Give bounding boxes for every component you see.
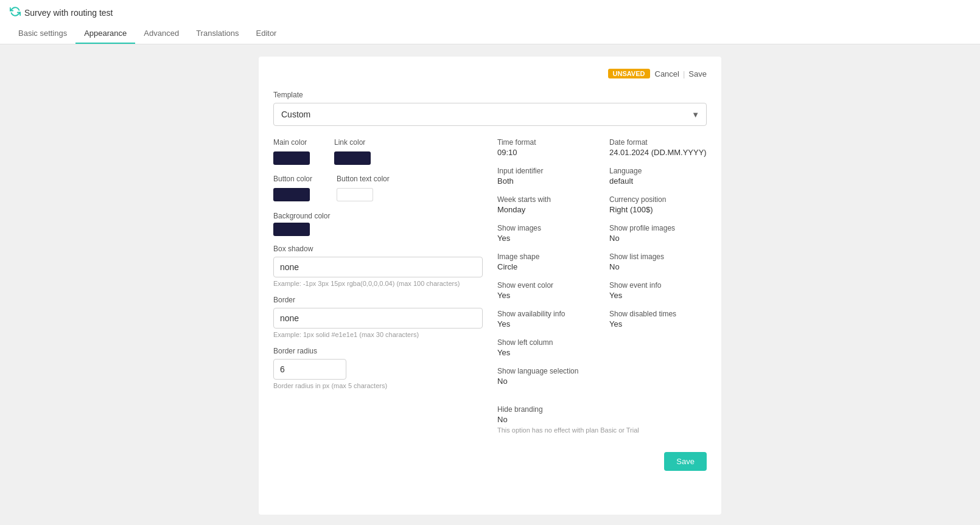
show-left-column-value: Yes — [497, 348, 595, 357]
panels-row: Main color Link color Button color — [273, 138, 707, 434]
week-starts-with-label: Week starts with — [497, 195, 595, 204]
spacer — [609, 338, 707, 357]
show-left-column-item: Show left column Yes — [497, 338, 595, 357]
link-color-field: Link color — [334, 138, 371, 165]
show-event-color-item: Show event color Yes — [497, 281, 595, 300]
border-label: Border — [273, 296, 483, 304]
hide-branding-value: No — [497, 415, 707, 424]
save-button[interactable]: Save — [664, 452, 707, 471]
button-color-label: Button color — [273, 175, 312, 183]
show-list-images-value: No — [609, 262, 707, 271]
color-row-1: Main color Link color — [273, 138, 483, 165]
bottom-save-bar: Save — [273, 452, 707, 471]
date-format-item: Date format 24.01.2024 (DD.MM.YYYY) — [609, 138, 707, 157]
show-images-item: Show images Yes — [497, 224, 595, 243]
language-item: Language default — [609, 167, 707, 186]
currency-position-label: Currency position — [609, 195, 707, 204]
show-language-selection-item: Show language selection No — [497, 367, 595, 386]
background-color-section: Background color — [273, 211, 483, 236]
tab-editor[interactable]: Editor — [247, 24, 285, 44]
image-shape-item: Image shape Circle — [497, 252, 595, 271]
unsaved-badge: UNSAVED — [608, 69, 650, 78]
color-row-2: Button color Button text color — [273, 175, 483, 201]
input-identifier-value: Both — [497, 176, 595, 186]
time-format-label: Time format — [497, 138, 595, 147]
button-color-field: Button color — [273, 175, 312, 201]
box-shadow-label: Box shadow — [273, 245, 483, 253]
page-title: Survey with routing test — [24, 8, 113, 18]
main-color-field: Main color — [273, 138, 310, 165]
background-color-label: Background color — [273, 212, 330, 220]
show-event-color-value: Yes — [497, 291, 595, 300]
border-input[interactable] — [273, 308, 483, 329]
main-color-swatch[interactable] — [273, 151, 310, 165]
button-color-swatch[interactable] — [273, 188, 310, 201]
language-value: default — [609, 176, 707, 186]
image-shape-value: Circle — [497, 262, 595, 271]
show-language-selection-value: No — [497, 377, 595, 386]
tab-appearance[interactable]: Appearance — [75, 24, 135, 44]
show-disabled-times-value: Yes — [609, 319, 707, 329]
save-link[interactable]: Save — [688, 69, 707, 78]
show-availability-info-item: Show availability info Yes — [497, 310, 595, 329]
box-shadow-input[interactable] — [273, 257, 483, 277]
main-content: UNSAVED Cancel | Save Template Custom De… — [0, 44, 980, 525]
template-select[interactable]: Custom Default Modern — [273, 103, 707, 126]
currency-position-value: Right (100$) — [609, 205, 707, 214]
show-event-info-item: Show event info Yes — [609, 281, 707, 300]
show-profile-images-label: Show profile images — [609, 224, 707, 232]
hide-branding-label: Hide branding — [497, 405, 707, 414]
language-label: Language — [609, 167, 707, 175]
show-availability-info-label: Show availability info — [497, 310, 595, 318]
page-title-bar: Survey with routing test — [10, 6, 970, 24]
link-color-label: Link color — [334, 138, 371, 147]
show-left-column-label: Show left column — [497, 338, 595, 347]
input-identifier-item: Input identifier Both — [497, 167, 595, 186]
show-list-images-item: Show list images No — [609, 252, 707, 271]
date-format-label: Date format — [609, 138, 707, 147]
template-dropdown-wrapper: Custom Default Modern ▼ — [273, 103, 707, 126]
date-format-value: 24.01.2024 (DD.MM.YYYY) — [609, 148, 707, 157]
box-shadow-hint: Example: -1px 3px 15px rgba(0,0,0,0.04) … — [273, 280, 483, 287]
tab-advanced[interactable]: Advanced — [135, 24, 187, 44]
show-event-info-value: Yes — [609, 291, 707, 300]
show-list-images-label: Show list images — [609, 252, 707, 261]
link-color-swatch[interactable] — [334, 151, 371, 165]
time-format-value: 09:10 — [497, 148, 595, 157]
hide-branding-item: Hide branding No This option has no effe… — [497, 405, 707, 434]
border-radius-section: Border radius Border radius in px (max 5… — [273, 347, 483, 389]
show-disabled-times-item: Show disabled times Yes — [609, 310, 707, 329]
settings-grid: Time format 09:10 Date format 24.01.2024… — [497, 138, 707, 434]
show-language-selection-label: Show language selection — [497, 367, 595, 375]
separator: | — [683, 69, 685, 78]
border-radius-hint: Border radius in px (max 5 characters) — [273, 382, 483, 389]
top-actions: Cancel | Save — [655, 69, 707, 78]
border-section: Border Example: 1px solid #e1e1e1 (max 3… — [273, 296, 483, 338]
time-format-item: Time format 09:10 — [497, 138, 595, 157]
top-bar: UNSAVED Cancel | Save — [273, 69, 707, 78]
week-starts-with-value: Monday — [497, 205, 595, 214]
show-images-label: Show images — [497, 224, 595, 232]
refresh-icon — [10, 6, 21, 19]
cancel-link[interactable]: Cancel — [655, 69, 679, 78]
show-profile-images-value: No — [609, 234, 707, 243]
box-shadow-section: Box shadow Example: -1px 3px 15px rgba(0… — [273, 245, 483, 287]
main-color-label: Main color — [273, 138, 310, 147]
show-images-value: Yes — [497, 234, 595, 243]
show-event-info-label: Show event info — [609, 281, 707, 290]
border-radius-input[interactable] — [273, 359, 346, 380]
template-section: Template Custom Default Modern ▼ — [273, 91, 707, 126]
tab-basic-settings[interactable]: Basic settings — [10, 24, 75, 44]
show-profile-images-item: Show profile images No — [609, 224, 707, 243]
currency-position-item: Currency position Right (100$) — [609, 195, 707, 214]
button-text-color-swatch[interactable] — [337, 188, 373, 201]
background-color-swatch[interactable] — [273, 223, 310, 236]
left-panel: Main color Link color Button color — [273, 138, 483, 434]
tabs-nav: Basic settings Appearance Advanced Trans… — [10, 24, 970, 44]
tab-translations[interactable]: Translations — [187, 24, 247, 44]
spacer2 — [609, 367, 707, 386]
week-starts-with-item: Week starts with Monday — [497, 195, 595, 214]
border-radius-label: Border radius — [273, 347, 483, 355]
button-text-color-field: Button text color — [337, 175, 390, 201]
input-identifier-label: Input identifier — [497, 167, 595, 175]
